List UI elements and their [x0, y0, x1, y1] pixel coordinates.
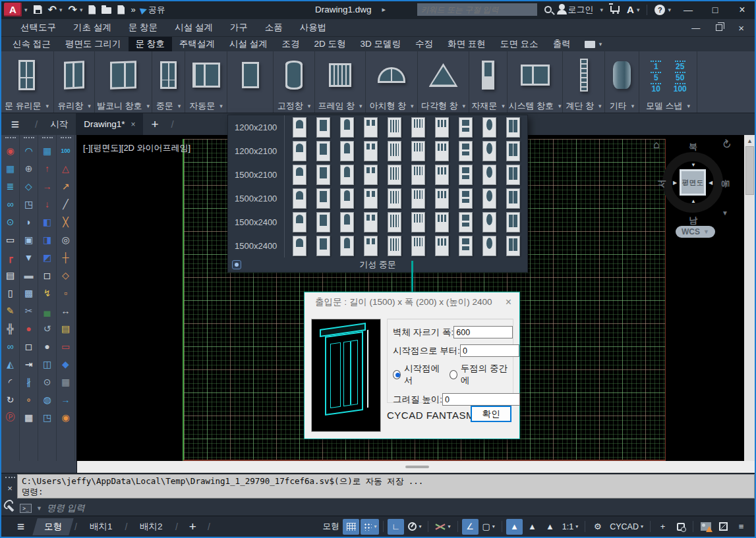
door-thumbnail[interactable] — [459, 188, 473, 209]
door-thumbnail[interactable] — [388, 141, 401, 161]
doc-minimize-button[interactable]: — — [691, 23, 700, 33]
door-thumbnail[interactable] — [411, 188, 425, 209]
ribbon-tab[interactable]: 주택설계 — [172, 37, 222, 51]
snap-increment-button[interactable]: 10 — [651, 83, 661, 93]
new-drawing-button[interactable] — [88, 5, 96, 14]
grid-display-toggle[interactable] — [343, 519, 359, 535]
door-thumbnail[interactable] — [293, 212, 306, 232]
menu-item-4[interactable]: 시설 설계 — [166, 22, 221, 34]
snap-increment-button[interactable]: 5 — [651, 72, 661, 82]
drag-grip-icon[interactable] — [5, 477, 15, 478]
bracket-pair-icon[interactable]: ▯ — [2, 284, 18, 302]
panel-label[interactable]: 프레임 창▾ — [315, 99, 365, 113]
door-thumbnail[interactable] — [316, 188, 330, 209]
door-thumbnail[interactable] — [411, 165, 425, 185]
ribbon-tab[interactable]: 수정 — [408, 37, 440, 51]
fullscreen-toggle[interactable] — [715, 519, 732, 535]
help-button[interactable]: ?▾ — [654, 5, 671, 15]
tracking-marker-toggle[interactable]: ▲ — [542, 519, 558, 535]
door-thumbnail[interactable] — [411, 212, 425, 232]
system-tool-button[interactable] — [508, 51, 562, 99]
viewport-controls-label[interactable]: [-][평면도][2D 와이어프레임] — [83, 142, 190, 154]
statusbar-menu[interactable]: ≡ — [733, 519, 749, 535]
panel-label[interactable]: 중문▾ — [152, 99, 185, 113]
door-thumbnail[interactable] — [293, 165, 306, 185]
align-icon[interactable]: ⇥ — [20, 355, 37, 373]
window-panes-icon[interactable]: ▦ — [20, 408, 37, 426]
settings-gear-icon[interactable]: ⚙ — [589, 519, 606, 535]
layout-tab-배치1[interactable]: 배치1 — [78, 518, 124, 535]
link-circles-icon[interactable]: ∞ — [2, 195, 18, 213]
viewcube-south[interactable]: 남 — [689, 215, 697, 227]
store-button[interactable] — [610, 7, 620, 12]
door-thumbnail[interactable] — [293, 188, 306, 209]
panel-label[interactable]: 아치형 창▾ — [366, 99, 417, 113]
curved-tool-button[interactable] — [274, 51, 314, 99]
stretch-up-icon[interactable]: ↑ — [39, 159, 55, 177]
revolve-icon[interactable]: ◗ — [20, 213, 37, 230]
menu-item-3[interactable]: 문 창문 — [120, 22, 166, 34]
door-thumbnail[interactable] — [293, 141, 306, 161]
ribbon-tab[interactable]: 도면 요소 — [493, 37, 546, 51]
add-layout-button[interactable]: + — [181, 520, 204, 534]
door-thumbnail[interactable] — [316, 236, 330, 256]
door-thumbnail[interactable] — [435, 165, 449, 185]
mirror-icon[interactable]: ◭ — [2, 355, 18, 373]
app-menu-button[interactable]: A ▾ — [4, 3, 28, 16]
ribbon-tab[interactable]: 평면도 그리기 — [58, 37, 129, 51]
layout-tab-모형[interactable]: 모형 — [32, 518, 73, 535]
panel-label[interactable]: 고정창▾ — [274, 99, 314, 113]
command-prompt-icon[interactable]: >_ — [20, 504, 32, 513]
file-tabs-menu-icon[interactable]: ≡ — [0, 113, 30, 135]
point-square-icon[interactable]: ▫ — [57, 284, 74, 302]
pull-cube-icon[interactable]: ◧ — [39, 213, 55, 230]
door-3d-icon[interactable]: ◨ — [39, 230, 55, 248]
dialog-close-icon[interactable]: × — [506, 296, 511, 308]
door-thumbnail[interactable] — [459, 117, 473, 138]
login-button[interactable]: 로그인 ▾ — [559, 4, 604, 16]
copy-solid-icon[interactable]: ▣ — [20, 230, 37, 248]
ribbon-display-options-button[interactable]: ▾ — [578, 37, 609, 51]
orbit-icon[interactable]: ↺ — [39, 319, 55, 337]
quick-dim-icon[interactable]: ↯ — [39, 284, 55, 302]
fillet-arc-icon[interactable]: ◜ — [2, 373, 18, 390]
panel-label[interactable]: 기타▾ — [605, 99, 639, 113]
door-thumbnail[interactable] — [388, 212, 401, 232]
snap-100-icon[interactable]: 100 — [57, 142, 74, 159]
command-input-placeholder[interactable]: 명령 입력 — [47, 502, 85, 514]
door-thumbnail[interactable] — [316, 141, 330, 161]
maximize-button[interactable]: □ — [705, 5, 725, 15]
pin-icon[interactable] — [232, 260, 241, 269]
dim-triangle-icon[interactable]: △ — [57, 159, 74, 177]
door-thumbnail[interactable] — [506, 165, 520, 185]
snap-increment-button[interactable]: 25 — [675, 61, 685, 70]
door-thumbnail[interactable] — [435, 188, 449, 209]
image-camera-icon[interactable]: ◉ — [57, 408, 74, 426]
drag-grip-icon[interactable] — [42, 137, 53, 138]
loop-arrows-icon[interactable]: ∞ — [2, 337, 18, 355]
command-history[interactable]: C:\Users\jeffy\AppData\Local\Temp\Drawin… — [17, 474, 755, 498]
cylinder-tool-button[interactable] — [605, 51, 639, 99]
radio-midpoint[interactable]: 두점의 중간에 — [450, 363, 508, 387]
horizontal-scrollbar[interactable] — [77, 461, 756, 473]
panel-label[interactable]: 문 유리문▾ — [0, 99, 53, 113]
menu-item-6[interactable]: 소품 — [256, 22, 291, 34]
move-icon[interactable]: ╬ — [2, 319, 18, 337]
stretch-down-icon[interactable]: ↓ — [39, 195, 55, 213]
door-thumbnail[interactable] — [364, 236, 378, 256]
iso-cube-icon[interactable]: ◆ — [57, 355, 74, 373]
object-snap-toggle[interactable]: ▢▾ — [480, 519, 498, 535]
drag-grip-icon[interactable] — [24, 137, 34, 138]
save-button[interactable] — [34, 5, 42, 14]
ribbon-tab[interactable]: 시설 설계 — [222, 37, 275, 51]
search-input[interactable] — [421, 5, 533, 14]
door-thumbnail[interactable] — [316, 117, 330, 138]
new-tab-button[interactable]: + — [143, 113, 166, 135]
drag-grip-icon[interactable] — [61, 137, 71, 138]
doc-restore-button[interactable] — [716, 23, 722, 33]
double-tool-button[interactable] — [152, 51, 185, 99]
panel-label[interactable]: 유리창▾ — [54, 99, 94, 113]
panel-label[interactable]: 자재문▾ — [469, 99, 507, 113]
doorglass-tool-button[interactable] — [0, 51, 53, 99]
linear-dim-icon[interactable]: ↔ — [57, 302, 74, 319]
